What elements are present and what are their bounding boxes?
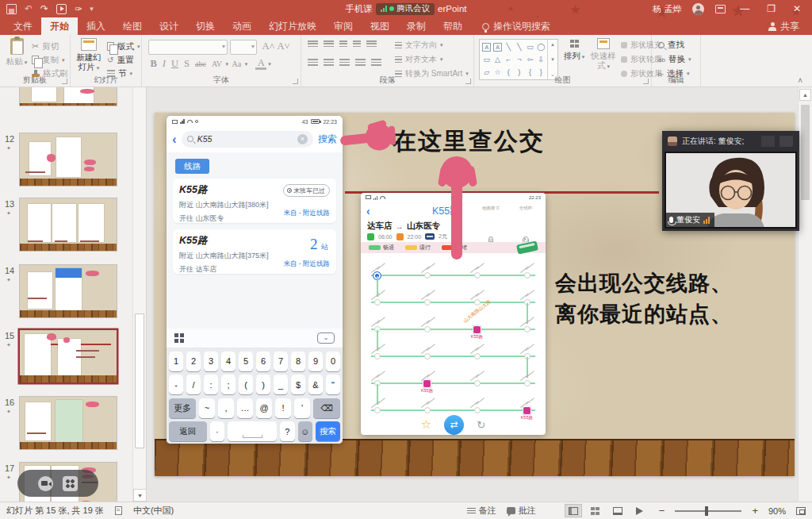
ribbon-tab-0[interactable]: 文件 [5,17,41,35]
decrease-indent-icon[interactable] [339,40,347,48]
pink-hand-pointing-down[interactable] [436,155,479,262]
key-1[interactable]: 1 [169,352,183,371]
thumbnail-scroll-down-button[interactable]: ▼ [133,489,147,502]
key-&[interactable]: & [308,375,323,394]
undo-icon[interactable]: ↶ [25,4,33,14]
numbering-icon[interactable] [324,40,334,48]
text-shadow-button[interactable]: S [182,58,192,70]
key-space[interactable] [228,421,277,441]
text-direction-button[interactable]: 文字方向▾ [395,38,469,52]
pink-hand-pointing-left[interactable] [340,117,396,159]
zoom-level[interactable]: 90% [768,506,786,516]
new-slide-button[interactable]: 新建幻灯片 ▾ [74,38,104,73]
shrink-font-button[interactable]: A˅ [275,40,292,52]
align-left-icon[interactable] [308,59,318,67]
thumbnail-scrollbar-thumb[interactable] [135,313,144,448]
key-5[interactable]: 5 [239,352,253,371]
slide-caption-text[interactable]: 会出现公交线路、 离你最近的站点、 [555,268,733,330]
key--[interactable]: - [169,375,183,394]
shape-glyph-2[interactable]: ╲ [503,40,514,54]
restore-button[interactable]: ❐ [764,0,779,17]
paste-button[interactable]: 粘贴 ▾ [5,38,29,67]
bullets-icon[interactable] [308,40,318,48]
shape-glyph-4[interactable]: ▭ [525,40,536,54]
slide-sorter-view-button[interactable] [587,504,604,517]
key-6[interactable]: 6 [256,352,270,371]
key-返回[interactable]: 返回 [169,421,207,441]
ribbon-tab-9[interactable]: 视图 [362,17,398,35]
italic-button[interactable]: I [160,58,167,70]
normal-view-button[interactable] [565,504,582,517]
align-center-icon[interactable] [324,59,334,67]
replace-button[interactable]: ab替换▾ [658,52,691,67]
thumbnail-scrollbar[interactable]: ▼ [132,87,146,502]
ribbon-tab-3[interactable]: 绘图 [114,17,151,35]
accessibility-checker-icon[interactable] [115,506,122,515]
reset-button[interactable]: ↺重置 [107,53,140,67]
ribbon-tab-4[interactable]: 设计 [151,17,187,35]
minimize-button[interactable]: — [737,0,753,17]
shape-glyph-11[interactable]: ⇩ [535,54,546,67]
key-([interactable]: ( [239,375,253,394]
key-搜索[interactable]: 搜索 [316,421,340,441]
ribbon-tab-6[interactable]: 动画 [224,17,260,35]
key-⌫[interactable]: ⌫ [313,398,340,418]
shape-glyph-3[interactable]: ╲ [514,40,525,54]
key-'[interactable]: ' [294,398,310,418]
tencent-meeting-floating-bar[interactable]: 腾讯会议 [376,3,435,15]
slide-thumbnail-15[interactable]: 15✦ [20,330,117,383]
align-text-button[interactable]: 对齐文本▾ [395,52,469,67]
key-…[interactable]: … [237,398,253,418]
zoom-out-button[interactable]: − [659,505,665,517]
underline-button[interactable]: U [170,58,181,70]
increase-indent-icon[interactable] [353,40,361,48]
slide-thumbnail-12[interactable]: 12✦ [20,133,117,186]
ribbon-tab-11[interactable]: 帮助 [435,17,471,35]
meeting-mini-toolbar[interactable] [17,470,98,497]
key-~[interactable]: ~ [199,398,215,418]
font-name-combobox[interactable] [148,40,228,55]
quick-styles-button[interactable]: 快速样式 ▾ [588,38,619,71]
reading-view-button[interactable] [609,504,626,517]
key-?[interactable]: ? [280,421,294,441]
shape-glyph-9[interactable]: ¬ [514,54,525,67]
slide-thumbnail-partial[interactable] [20,87,117,106]
ribbon-tab-5[interactable]: 切换 [187,17,224,35]
shape-glyph-0[interactable]: A [482,43,491,52]
arrange-button[interactable]: 排列 ▾ [561,38,587,62]
fit-slide-to-window-icon[interactable] [796,507,806,515]
key-4[interactable]: 4 [221,352,236,371]
share-button[interactable]: 共享 [768,17,812,35]
zoom-in-button[interactable]: + [752,505,758,517]
language-indicator[interactable]: 中文(中国) [133,505,174,517]
key-/[interactable]: / [186,375,201,394]
key-$[interactable]: $ [291,375,305,394]
slide-thumbnail-14[interactable]: 14✦ [20,265,117,317]
find-button[interactable]: 查找 [658,38,691,52]
key-更多[interactable]: 更多 [169,398,196,418]
key-7[interactable]: 7 [274,352,288,371]
bold-button[interactable]: B [148,58,159,70]
close-button[interactable]: ✕ [790,0,804,17]
phone-screenshot-search[interactable]: 43 22:23 ‹ K55 × 搜索 线路 K55路 [167,116,343,444]
key-3[interactable]: 3 [204,352,218,371]
copy-button[interactable]: 复制▾ [32,53,68,67]
scroll-up-button[interactable]: ▲ [799,89,811,101]
redo-icon[interactable]: ↷ [40,4,48,14]
ribbon-tab-10[interactable]: 录制 [398,17,435,35]
key-"[interactable]: " [326,375,340,394]
ribbon-tab-2[interactable]: 插入 [78,17,114,35]
key-,[interactable]: , [218,398,234,418]
key-·[interactable]: · [210,421,224,441]
key-0[interactable]: 0 [326,352,340,371]
notes-button[interactable]: 备注 [467,505,496,517]
grow-font-button[interactable]: A˄ [260,40,277,52]
key-2[interactable]: 2 [186,352,201,371]
comments-button[interactable]: 批注 [507,505,536,517]
paragraph-dialog-launcher[interactable] [465,79,471,84]
drawing-dialog-launcher[interactable] [643,79,649,84]
ribbon-tab-1[interactable]: 开始 [41,17,78,35]
apps-grid-icon[interactable] [63,476,78,491]
workspace-scrollbar[interactable]: ▲ [798,87,812,502]
key-☺[interactable]: ☺ [298,421,312,441]
